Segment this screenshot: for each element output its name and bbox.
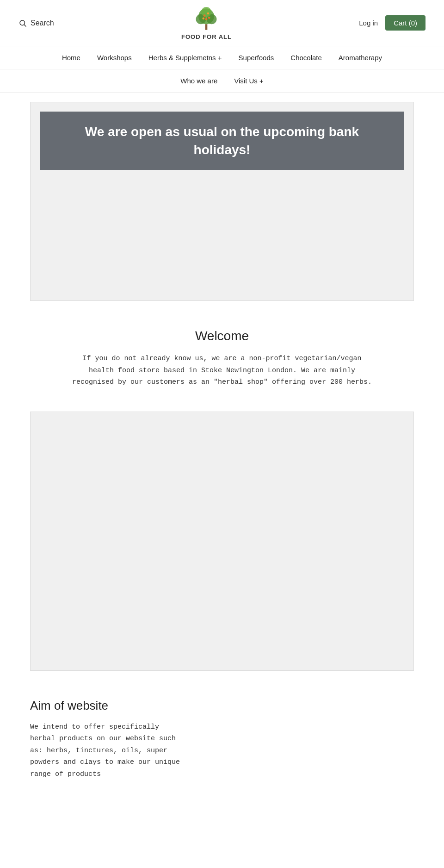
header-right-area: Log in Cart (0) xyxy=(359,15,426,31)
svg-point-7 xyxy=(204,14,206,17)
primary-nav: Home Workshops Herbs & Supplemetns + Sup… xyxy=(0,46,444,69)
svg-point-0 xyxy=(20,20,25,25)
nav-visit-us[interactable]: Visit Us + xyxy=(226,69,272,92)
site-logo[interactable]: FOOD FOR ALL xyxy=(181,6,232,40)
hero-banner: We are open as usual on the upcoming ban… xyxy=(40,112,404,170)
aim-body: We intend to offer specifically herbal p… xyxy=(30,721,183,781)
search-button[interactable]: Search xyxy=(18,19,54,27)
svg-point-10 xyxy=(203,18,205,20)
nav-home[interactable]: Home xyxy=(54,46,89,69)
cart-button[interactable]: Cart (0) xyxy=(385,15,426,31)
hero-heading: We are open as usual on the upcoming ban… xyxy=(56,123,388,159)
secondary-nav: Who we are Visit Us + xyxy=(0,69,444,93)
svg-line-1 xyxy=(24,25,26,26)
nav-aromatherapy[interactable]: Aromatherapy xyxy=(330,46,390,69)
welcome-body: If you do not already know us, we are a … xyxy=(69,353,375,388)
aim-heading: Aim of website xyxy=(30,699,414,713)
logo-icon xyxy=(188,6,225,32)
svg-point-11 xyxy=(205,18,208,20)
welcome-heading: Welcome xyxy=(69,329,375,343)
search-icon xyxy=(18,19,27,27)
login-link[interactable]: Log in xyxy=(359,19,378,27)
welcome-section: Welcome If you do not already know us, w… xyxy=(60,310,384,402)
hero-section: We are open as usual on the upcoming ban… xyxy=(30,102,414,301)
main-image-placeholder xyxy=(30,412,414,671)
logo-title: FOOD FOR ALL xyxy=(181,33,232,40)
nav-chocolate[interactable]: Chocolate xyxy=(282,46,330,69)
svg-rect-2 xyxy=(205,24,208,30)
search-label: Search xyxy=(31,19,54,27)
aim-section: Aim of website We intend to offer specif… xyxy=(0,680,444,794)
svg-point-9 xyxy=(208,17,210,19)
svg-point-8 xyxy=(207,12,210,15)
nav-superfoods[interactable]: Superfoods xyxy=(230,46,283,69)
site-header: Search FOOD FOR ALL Log in Cart (0) xyxy=(0,0,444,46)
svg-point-6 xyxy=(202,7,212,17)
nav-workshops[interactable]: Workshops xyxy=(89,46,140,69)
nav-who-we-are[interactable]: Who we are xyxy=(172,69,226,92)
nav-herbs[interactable]: Herbs & Supplemetns + xyxy=(140,46,230,69)
